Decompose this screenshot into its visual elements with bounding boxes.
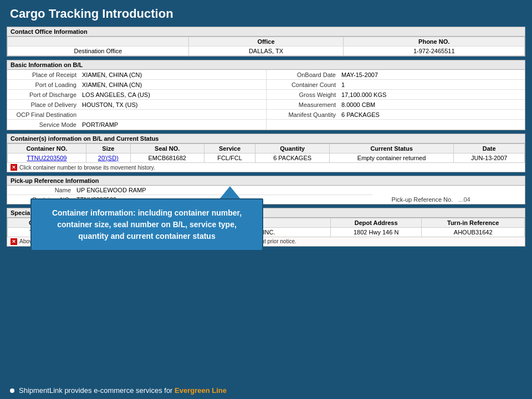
ocp-dest-label: OCP Final Destination [7, 110, 79, 119]
gross-weight-value: 17,100.000 KGS [339, 90, 525, 99]
manifest-qty-label: Manifest Quantity [267, 110, 339, 119]
container-number-link[interactable]: TTNU2203509 [27, 155, 66, 161]
port-discharge-value: LOS ANGELES, CA (US) [79, 90, 266, 99]
tooltip-box: Container information: including contain… [30, 198, 263, 251]
contact-office-header: Contact Office Information [7, 27, 525, 37]
tooltip-text: Container information: including contain… [52, 208, 242, 241]
manifest-qty-row: Manifest Quantity 6 PACKAGES [267, 110, 525, 120]
place-delivery-label: Place of Delivery [7, 100, 79, 109]
table-row: TTNU2203509 20'(SD) EMCB681682 FCL/FCL 6… [8, 154, 525, 163]
footer-text-before: ShipmentLink provides e-commerce service… [19, 386, 175, 395]
dest-office-value: DALLAS, TX [188, 47, 344, 56]
service-mode-value: PORT/RAMP [79, 120, 266, 129]
col-seal-no: Seal NO. [130, 144, 204, 154]
container-info-header: Container(s) information on B/L and Curr… [7, 134, 525, 144]
manifest-qty-value: 6 PACKAGES [339, 110, 525, 119]
onboard-date-value: MAY-15-2007 [339, 70, 525, 79]
col-date: Date [454, 144, 525, 154]
measurement-row: Measurement 8.0000 CBM [267, 100, 525, 110]
depot-address: 1802 Hwy 146 N [331, 228, 422, 237]
service-mode-label: Service Mode [7, 120, 79, 129]
container-info-section: Container(s) information on B/L and Curr… [7, 134, 525, 172]
col-phone: Phone NO. [344, 37, 525, 47]
footer-text: ShipmentLink provides e-commerce service… [19, 386, 227, 395]
col-service: Service [204, 144, 255, 154]
notice-icon: ✕ [11, 164, 17, 171]
depot-col-turnin: Turn-in Reference [422, 218, 525, 228]
onboard-date-row: OnBoard Date MAY-15-2007 [267, 70, 525, 80]
port-discharge-row: Port of Discharge LOS ANGELES, CA (US) [7, 90, 266, 100]
pickup-header: Pick-up Reference Information [7, 176, 525, 186]
contact-office-table: Office Phone NO. Destination Office DALL… [7, 37, 525, 56]
gross-weight-row: Gross Weight 17,100.000 KGS [267, 90, 525, 100]
basic-info-header: Basic Information on B/L [7, 60, 525, 70]
footer-bullet-icon [10, 388, 14, 393]
service-cell: FCL/FCL [204, 154, 255, 163]
dest-phone-value: 1-972-2465511 [344, 47, 525, 56]
place-delivery-value: HOUSTON, TX (US) [79, 100, 266, 109]
pickup-ref-label: Pick-up Reference No. [372, 195, 456, 204]
contact-office-section: Contact Office Information Office Phone … [7, 27, 525, 57]
click-notice-text: Click container number to browse its mov… [19, 165, 155, 171]
service-mode-row: Service Mode PORT/RAMP [7, 120, 266, 130]
place-delivery-row: Place of Delivery HOUSTON, TX (US) [7, 100, 266, 110]
container-count-value: 1 [339, 80, 525, 89]
container-count-row: Container Count 1 [267, 80, 525, 90]
pickup-ref-value: ...04 [456, 195, 525, 204]
place-receipt-label: Place of Receipt [7, 70, 79, 79]
place-receipt-row: Place of Receipt XIAMEN, CHINA (CN) [7, 70, 266, 80]
dest-office-label: Destination Office [8, 47, 189, 56]
basic-info-left: Place of Receipt XIAMEN, CHINA (CN) Port… [7, 70, 266, 130]
place-receipt-value: XIAMEN, CHINA (CN) [79, 70, 266, 79]
basic-info-section: Basic Information on B/L Place of Receip… [7, 60, 525, 130]
measurement-label: Measurement [267, 100, 339, 109]
measurement-value: 8.0000 CBM [339, 100, 525, 109]
main-content: Contact Office Information Office Phone … [0, 27, 532, 247]
col-office: Office [188, 37, 344, 47]
page-header: Cargo Tracking Introduction [0, 0, 532, 27]
depot-col-address: Depot Address [331, 218, 422, 228]
tooltip-container: Container information: including contain… [30, 186, 263, 251]
footer: ShipmentLink provides e-commerce service… [0, 382, 532, 399]
depot-notice-icon: ✕ [11, 238, 17, 245]
col-current-status: Current Status [329, 144, 454, 154]
onboard-date-label: OnBoard Date [267, 70, 339, 79]
basic-info-right: OnBoard Date MAY-15-2007 Container Count… [266, 70, 525, 130]
basic-info-grid: Place of Receipt XIAMEN, CHINA (CN) Port… [7, 70, 525, 130]
container-table: Container NO. Size Seal NO. Service Quan… [7, 144, 525, 163]
port-loading-row: Port of Loading XIAMEN, CHINA (CN) [7, 80, 266, 90]
tooltip-arrow [220, 186, 240, 198]
col-container-no: Container NO. [8, 144, 86, 154]
port-loading-label: Port of Loading [7, 80, 79, 89]
footer-item: ShipmentLink provides e-commerce service… [10, 386, 522, 395]
footer-link[interactable]: Evergreen Line [175, 386, 227, 395]
ocp-dest-row: OCP Final Destination [7, 110, 266, 120]
quantity-cell: 6 PACKAGES [255, 154, 329, 163]
port-discharge-label: Port of Discharge [7, 90, 79, 99]
depot-turnin: AHOUB31642 [422, 228, 525, 237]
gross-weight-label: Gross Weight [267, 90, 339, 99]
container-size-link[interactable]: 20'(SD) [98, 155, 119, 161]
col-size: Size [86, 144, 130, 154]
date-cell: JUN-13-2007 [454, 154, 525, 163]
click-notice: ✕ Click container number to browse its m… [7, 163, 525, 172]
container-count-label: Container Count [267, 80, 339, 89]
page-title: Cargo Tracking Introduction [10, 7, 522, 21]
ocp-dest-value [79, 114, 266, 116]
seal-no-cell: EMCB681682 [130, 154, 204, 163]
col-quantity: Quantity [255, 144, 329, 154]
port-loading-value: XIAMEN, CHINA (CN) [79, 80, 266, 89]
status-cell: Empty container returned [329, 154, 454, 163]
